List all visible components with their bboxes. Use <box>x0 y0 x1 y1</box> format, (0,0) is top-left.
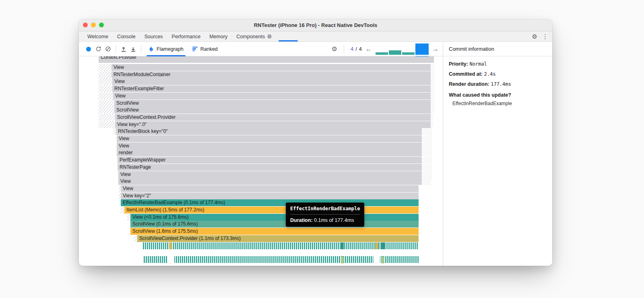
flame-hatch <box>431 107 434 114</box>
flame-bar-label: render <box>117 149 422 156</box>
flame-bar-label: ScrollView (0.1ms of 175.6ms) <box>130 221 419 228</box>
flame-bar-label: View <box>118 178 422 185</box>
flame-bar[interactable]: ScrollView <box>114 100 431 107</box>
commit-bar[interactable] <box>402 52 415 55</box>
reload-and-profile-button[interactable] <box>93 44 103 54</box>
tab-performance[interactable]: Performance <box>167 31 205 41</box>
flame-bar[interactable]: View <box>118 178 422 185</box>
ranked-view-tab[interactable]: Ranked <box>188 42 222 56</box>
record-button[interactable] <box>84 44 93 54</box>
save-profile-button[interactable] <box>128 44 138 54</box>
flame-bar[interactable]: ScrollViewContext.Provider <box>115 114 431 121</box>
commit-bar-selected[interactable] <box>415 43 429 55</box>
profiler-settings-gear-icon[interactable]: ⚙ <box>332 46 337 52</box>
flame-bar-label: ScrollView <box>114 107 431 114</box>
flame-bar[interactable]: RNTesterBlock key="0" <box>116 128 422 135</box>
tab-profiler-selected[interactable] <box>277 31 300 41</box>
flame-bar-label: ScrollViewContext.Provider <box>115 114 431 121</box>
flame-bar[interactable]: ItemList (Memo) (1.5ms of 177.2ms) <box>124 207 419 213</box>
previous-commit-button[interactable]: ← <box>365 46 372 52</box>
commit-bar-chart <box>376 43 429 55</box>
flame-bar-label: View <box>118 171 422 178</box>
flame-bar[interactable]: ScrollView <box>114 107 431 114</box>
flame-bar-label: ItemList (Memo) (1.5ms of 177.2ms) <box>124 207 419 213</box>
flame-stripe-row[interactable] <box>143 242 419 249</box>
react-atom-icon <box>267 34 272 39</box>
flame-bar[interactable]: ScrollView (0.1ms of 175.6ms) <box>130 221 419 228</box>
toolbar-divider <box>344 45 344 53</box>
flame-bar-label: View <box>113 93 431 99</box>
flame-spot-bar[interactable] <box>341 257 344 263</box>
flame-hatch <box>99 85 112 92</box>
tab-welcome[interactable]: Welcome <box>83 31 113 41</box>
flame-bar-label: View (<0.1ms of 175.6ms) <box>130 214 419 221</box>
flame-hatch <box>99 114 115 121</box>
commit-separator: / <box>355 46 357 52</box>
flame-bar[interactable]: View <box>117 135 422 142</box>
flamegraph-panel: Context.ProviderViewRNTesterModuleContai… <box>79 56 443 266</box>
flame-hatch <box>431 85 434 92</box>
flame-bar[interactable]: RNTesterExampleFilter <box>112 85 431 92</box>
flame-bar[interactable]: View <box>112 78 431 85</box>
next-commit-button[interactable]: → <box>432 46 439 52</box>
settings-gear-icon[interactable]: ⚙ <box>532 33 537 39</box>
traffic-lights <box>83 23 104 27</box>
committed-at-field: Committed at: 2.4s <box>449 71 547 77</box>
flamegraph-rows: Context.ProviderViewRNTesterModuleContai… <box>79 56 443 70</box>
commit-bar[interactable] <box>389 50 401 55</box>
flame-bar[interactable]: ScrollView (1.6ms of 175.5ms) <box>130 228 419 235</box>
flame-bar-label: ScrollView (1.6ms of 175.5ms) <box>130 228 419 235</box>
zoom-window-button[interactable] <box>99 23 104 27</box>
flame-bar[interactable]: RNTesterModuleContainer <box>111 71 431 78</box>
flame-bar[interactable]: EffectInRenderBadExample (0.1ms of 177.4… <box>121 199 419 206</box>
flame-bar-label: RNTesterBlock key="0" <box>116 128 422 135</box>
minimize-window-button[interactable] <box>91 23 96 27</box>
update-cause-item[interactable]: EffectInRenderBadExample <box>449 101 547 106</box>
load-profile-button[interactable] <box>119 44 128 54</box>
flame-bar-label: RNTesterModuleContainer <box>111 71 431 78</box>
flame-hatch <box>431 121 433 128</box>
tab-console[interactable]: Console <box>113 31 140 41</box>
flame-bar[interactable]: View key="2" <box>121 192 419 199</box>
flame-stripe-row[interactable] <box>144 256 419 263</box>
flame-hatch <box>431 93 434 99</box>
kebab-menu-icon[interactable]: ⋮ <box>542 33 548 39</box>
flame-stripe-segment <box>382 242 384 249</box>
flame-bar-label: View key="2" <box>121 192 419 199</box>
flame-hatch <box>431 78 434 85</box>
tab-sources[interactable]: Sources <box>140 31 167 41</box>
ranked-bars-icon <box>192 47 198 52</box>
flame-hatch <box>422 135 432 142</box>
flame-hatch <box>431 100 434 107</box>
block-icon <box>105 46 111 52</box>
clear-profiling-button[interactable] <box>103 44 113 54</box>
flame-bar[interactable]: View key=".0" <box>115 121 431 128</box>
flamegraph-view-tab[interactable]: Flamegraph <box>144 42 188 56</box>
close-window-button[interactable] <box>83 23 88 27</box>
tooltip-duration: Duration: 0.1ms of 177.4ms <box>290 217 360 223</box>
flame-bar[interactable]: View <box>113 93 431 99</box>
flame-bar[interactable]: View <box>118 171 422 178</box>
flame-bar[interactable]: View (<0.1ms of 175.6ms) <box>130 214 419 221</box>
flame-hatch <box>431 64 434 71</box>
devtools-window: RNTester (iPhone 16 Pro) - React Native … <box>79 19 552 266</box>
flame-bar[interactable]: PerfExampleWrapper <box>118 157 422 163</box>
render-duration-field: Render duration: 177.4ms <box>449 81 547 87</box>
tooltip-component-name: EffectInRenderBadExample <box>290 206 360 211</box>
flame-hatch <box>99 78 112 85</box>
flame-bar[interactable]: View <box>121 185 419 192</box>
flame-hatch <box>99 64 111 71</box>
flame-bar-label: PerfExampleWrapper <box>118 157 422 163</box>
flame-bar[interactable]: View <box>117 143 422 149</box>
commit-bar[interactable] <box>376 52 388 55</box>
tab-components[interactable]: Components <box>232 31 277 41</box>
flame-hatch <box>422 178 431 185</box>
tab-memory[interactable]: Memory <box>205 31 232 41</box>
flame-bar[interactable]: ScrollViewContext.Provider (1.1ms of 173… <box>137 235 419 242</box>
flame-bar[interactable]: Context.Provider <box>99 56 434 63</box>
flame-spot-bar[interactable] <box>382 257 384 263</box>
flame-bar[interactable]: render <box>117 149 422 156</box>
flame-hatch <box>99 121 115 128</box>
flame-bar[interactable]: RNTesterPage <box>118 164 422 171</box>
flame-bar[interactable]: View <box>111 64 431 71</box>
